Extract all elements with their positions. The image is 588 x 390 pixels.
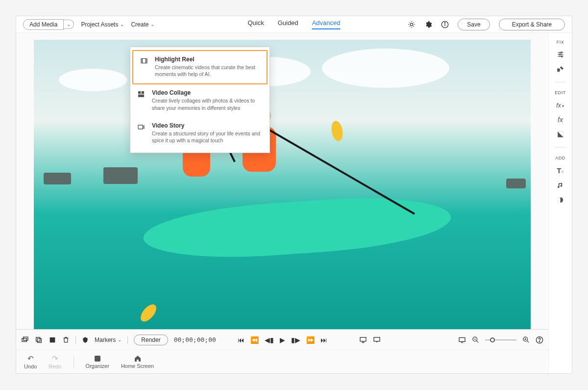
zoom-thumb[interactable] — [490, 338, 495, 342]
chevron-down-icon: ⌄ — [150, 22, 154, 27]
zoom-out-icon[interactable] — [472, 336, 479, 343]
graphics-icon[interactable] — [556, 195, 565, 205]
organizer-icon — [94, 355, 101, 363]
redo-icon: ↷ — [52, 354, 58, 363]
info-icon[interactable] — [441, 21, 449, 28]
svg-rect-13 — [50, 337, 55, 342]
timecode-display: 00;00;00;00 — [174, 336, 216, 343]
dd-item-title: Video Collage — [152, 89, 262, 96]
undo-button[interactable]: ↶ Undo — [24, 354, 37, 369]
organizer-button[interactable]: Organizer — [86, 355, 109, 369]
playback-controls: ⏮ ⏪ ◀▮ ▶ ▮▶ ⏩ ⏭ — [238, 336, 327, 344]
svg-point-0 — [411, 23, 413, 26]
organizer-label: Organizer — [86, 363, 109, 369]
tools-icon[interactable] — [556, 64, 565, 74]
skip-start-icon[interactable]: ⏮ — [238, 336, 245, 344]
create-dropdown: Highlight Reel Create cinematic videos t… — [130, 47, 270, 153]
svg-rect-21 — [95, 356, 100, 362]
add-media-dropdown-button[interactable]: ⌄ — [64, 20, 74, 29]
save-button[interactable]: Save — [458, 19, 490, 30]
project-assets-menu[interactable]: Project Assets ⌄ — [81, 21, 124, 28]
step-back-icon[interactable]: ◀▮ — [265, 336, 274, 344]
create-highlight-reel[interactable]: Highlight Reel Create cinematic videos t… — [132, 50, 268, 84]
timeline-tool-1-icon[interactable] — [21, 336, 29, 344]
timeline-tool-2-icon[interactable] — [35, 336, 43, 344]
zoom-in-icon[interactable] — [522, 336, 530, 343]
sliders-icon[interactable] — [556, 50, 565, 59]
export-share-button[interactable]: Export & Share — [499, 19, 565, 30]
canvas-area: Highlight Reel Create cinematic videos t… — [16, 33, 548, 373]
tab-quick[interactable]: Quick — [248, 19, 264, 29]
svg-point-20 — [539, 341, 539, 341]
zoom-slider[interactable] — [485, 339, 516, 340]
separator — [75, 336, 76, 344]
preview-canvas — [34, 40, 531, 329]
create-video-story[interactable]: Video Story Create a structured story of… — [130, 117, 270, 150]
side-panel: FIX EDIT fx✦ fx ADD T○ — [548, 33, 572, 373]
play-icon[interactable]: ▶ — [280, 336, 285, 344]
add-media: Add Media ⌄ — [23, 19, 74, 30]
svg-rect-12 — [37, 338, 41, 342]
right-actions: Save Export & Share — [408, 19, 565, 30]
collage-icon — [137, 90, 146, 111]
tab-advanced[interactable]: Advanced — [312, 19, 341, 29]
svg-point-24 — [561, 56, 563, 57]
help-icon[interactable] — [536, 336, 543, 344]
separator — [127, 336, 128, 344]
markers-dropdown[interactable]: Markers ⌄ — [95, 337, 122, 343]
svg-rect-11 — [36, 337, 40, 341]
add-section-label: ADD — [555, 156, 565, 160]
svg-rect-15 — [374, 337, 380, 341]
dd-item-desc: Create lively collages with photos & vid… — [152, 97, 262, 111]
home-screen-button[interactable]: Home Screen — [121, 355, 154, 369]
add-media-button[interactable]: Add Media — [23, 19, 64, 30]
create-menu[interactable]: Create ⌄ — [131, 21, 154, 28]
redo-label: Redo — [49, 364, 61, 369]
fit-screen-icon[interactable] — [458, 336, 466, 344]
text-tool-icon[interactable]: T○ — [556, 165, 565, 175]
svg-point-23 — [559, 54, 561, 55]
fx-star-icon[interactable]: fx✦ — [556, 100, 565, 110]
timeline-tool-3-icon[interactable] — [49, 336, 56, 344]
home-icon — [134, 355, 142, 363]
fx-icon[interactable]: fx — [556, 115, 565, 125]
music-icon[interactable] — [556, 180, 565, 190]
dd-item-desc: Create a structured story of your life e… — [152, 130, 262, 144]
tab-guided[interactable]: Guided — [278, 19, 298, 29]
svg-rect-8 — [138, 125, 143, 129]
project-assets-label: Project Assets — [81, 21, 118, 28]
edit-section-label: EDIT — [555, 90, 566, 95]
film-icon — [140, 57, 149, 78]
monitor-icon[interactable] — [359, 336, 367, 344]
video-icon — [137, 123, 146, 144]
brightness-icon[interactable] — [408, 21, 416, 28]
home-label: Home Screen — [121, 363, 154, 369]
trash-icon[interactable] — [62, 336, 70, 343]
marker-icon[interactable] — [82, 337, 89, 343]
create-label: Create — [131, 21, 148, 28]
svg-rect-14 — [360, 337, 366, 341]
step-forward-icon[interactable]: ▮▶ — [291, 336, 300, 344]
fullscreen-icon[interactable] — [373, 336, 381, 344]
top-toolbar: Add Media ⌄ Project Assets ⌄ Create ⌄ Qu… — [16, 16, 572, 33]
app-window: Add Media ⌄ Project Assets ⌄ Create ⌄ Qu… — [16, 16, 572, 374]
render-button[interactable]: Render — [134, 335, 168, 345]
bottom-toolbar: ↶ Undo ↷ Redo Organizer Home Screen — [16, 350, 548, 373]
redo-button[interactable]: ↷ Redo — [49, 354, 61, 369]
create-video-collage[interactable]: Video Collage Create lively collages wit… — [130, 84, 270, 117]
settings-icon[interactable] — [424, 21, 432, 28]
svg-rect-16 — [459, 338, 465, 341]
svg-rect-10 — [24, 337, 28, 340]
fast-forward-icon[interactable]: ⏩ — [306, 336, 315, 344]
dd-item-title: Video Story — [152, 122, 262, 129]
svg-point-3 — [445, 23, 445, 23]
dd-item-title: Highlight Reel — [155, 56, 259, 63]
rewind-icon[interactable]: ⏪ — [250, 336, 259, 344]
svg-rect-7 — [138, 95, 144, 97]
contrast-icon[interactable] — [556, 130, 565, 139]
chevron-down-icon: ⌄ — [120, 22, 124, 27]
chevron-down-icon: ⌄ — [118, 337, 122, 342]
dd-item-desc: Create cinematic videos that curate the … — [155, 64, 259, 78]
fix-section-label: FIX — [557, 40, 564, 45]
main-area: Highlight Reel Create cinematic videos t… — [16, 33, 572, 373]
